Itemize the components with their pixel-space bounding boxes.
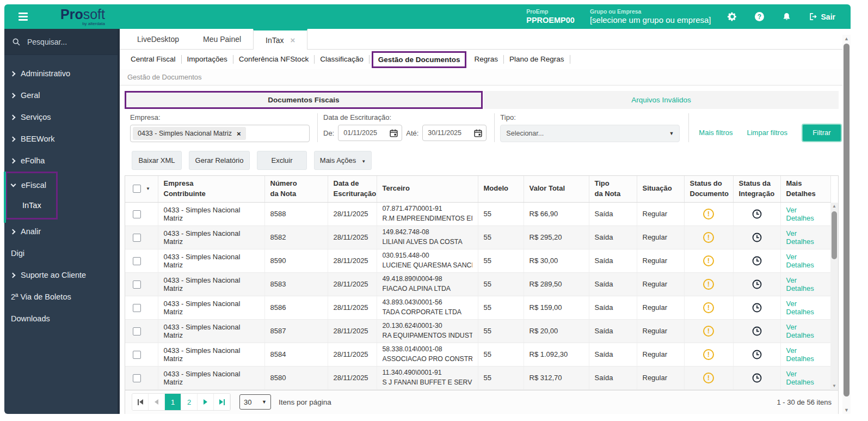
table-row[interactable]: 0433 - Simples Nacional Matriz 8584 28/1… [125,343,830,366]
grupo-empresa-selector[interactable]: Grupo ou Empresa [selecione um grupo ou … [590,8,711,26]
last-page-button[interactable] [214,394,230,410]
ver-detalhes-link[interactable]: Ver Detalhes [786,229,814,246]
table-row[interactable]: 0433 - Simples Nacional Matriz 8583 28/1… [125,272,830,296]
sidebar-item-2via-boletos[interactable]: 2ª Via de Boletos [4,286,120,308]
status-documento-warning-icon[interactable]: ! [703,302,714,313]
sidebar-search-input[interactable] [27,38,103,46]
row-checkbox[interactable] [133,257,141,265]
row-checkbox[interactable] [133,280,141,289]
tab-arquivos-invalidos[interactable]: Arquivos Inválidos [484,91,839,109]
select-all-checkbox[interactable] [133,185,141,193]
sidebar-item-analir[interactable]: Analir [4,221,120,242]
page-2-button[interactable]: 2 [181,394,198,410]
status-integracao-clock-icon[interactable] [752,255,762,266]
ver-detalhes-link[interactable]: Ver Detalhes [786,276,814,292]
subtab-classificacao[interactable]: Classificação [315,55,370,64]
status-documento-warning-icon[interactable]: ! [703,349,714,360]
table-row[interactable]: 0433 - Simples Nacional Matriz 8587 28/1… [125,319,830,343]
close-tab-icon[interactable]: × [291,35,296,45]
excluir-button[interactable]: Excluir [257,151,307,170]
table-row[interactable]: 0433 - Simples Nacional Matriz 8582 28/1… [125,225,830,249]
scroll-down-icon[interactable]: ▼ [842,407,851,413]
ver-detalhes-link[interactable]: Ver Detalhes [786,370,814,386]
ver-detalhes-link[interactable]: Ver Detalhes [786,346,814,363]
sidebar-item-beework[interactable]: BEEWork [4,128,120,150]
tab-documentos-fiscais[interactable]: Documentos Fiscais [125,91,483,109]
row-checkbox[interactable] [133,351,141,359]
notifications-bell-icon[interactable] [781,11,793,23]
subtab-plano-de-regras[interactable]: Plano de Regras [504,55,570,64]
ver-detalhes-link[interactable]: Ver Detalhes [786,323,814,339]
selection-menu-caret-icon[interactable]: ▼ [146,186,150,191]
status-integracao-clock-icon[interactable] [752,232,762,243]
status-integracao-clock-icon[interactable] [752,279,762,290]
grid-scrollbar-thumb[interactable] [832,211,837,259]
sidebar-item-efiscal[interactable]: eFiscal [7,174,56,196]
row-checkbox[interactable] [133,304,141,312]
status-documento-warning-icon[interactable]: ! [703,232,714,243]
col-empresa-contribuinte[interactable]: EmpresaContribuinte [158,176,264,202]
sidebar-item-administrativo[interactable]: Administrativo [4,63,120,84]
ver-detalhes-link[interactable]: Ver Detalhes [786,253,814,269]
data-ate-input[interactable]: 30/11/2025 [422,125,487,141]
status-documento-warning-icon[interactable]: ! [703,373,714,383]
data-de-input[interactable]: 01/11/2025 [338,125,402,141]
sidebar-item-efolha[interactable]: eFolha [4,150,120,172]
sidebar-item-geral[interactable]: Geral [4,84,120,106]
status-integracao-clock-icon[interactable] [752,302,762,313]
status-integracao-clock-icon[interactable] [752,349,762,360]
grid-scrollbar[interactable]: ▲ ▼ [830,203,838,390]
col-mais-detalhes[interactable]: Mais Detalhes [780,176,830,202]
table-row[interactable]: 0433 - Simples Nacional Matriz 8588 28/1… [125,202,830,225]
status-integracao-clock-icon[interactable] [752,209,762,219]
tab-livedesktop[interactable]: LiveDesktop [125,29,191,49]
scroll-up-icon[interactable]: ▲ [842,36,851,41]
sidebar-item-intax[interactable]: InTax [7,196,56,215]
baixar-xml-button[interactable]: Baixar XML [132,151,182,170]
status-integracao-clock-icon[interactable] [752,326,762,337]
empresa-input[interactable]: 0433 - Simples Nacional Matriz × [130,125,310,142]
sair-logout-button[interactable]: Sair [808,12,835,21]
ver-detalhes-link[interactable]: Ver Detalhes [786,300,814,316]
help-icon[interactable]: ? [754,11,766,23]
scroll-up-icon[interactable]: ▲ [830,203,838,210]
col-situacao[interactable]: Situação [637,176,684,202]
limpar-filtros-link[interactable]: Limpar filtros [747,129,787,137]
page-1-button[interactable]: 1 [165,394,181,410]
subtab-conferencia-nfstock[interactable]: Conferência NFStock [233,55,315,64]
table-row[interactable]: 0433 - Simples Nacional Matriz 8586 28/1… [125,296,830,319]
subtab-central-fiscal[interactable]: Central Fiscal [125,55,182,64]
sidebar-item-suporte[interactable]: Suporte ao Cliente [4,264,120,286]
col-data-de-escrituracao[interactable]: Data deEscrituração [328,176,377,202]
subtab-importacoes[interactable]: Importações [182,55,233,64]
subtab-regras[interactable]: Regras [469,55,504,64]
row-checkbox[interactable] [133,210,141,218]
status-documento-warning-icon[interactable]: ! [703,255,714,266]
status-documento-warning-icon[interactable]: ! [703,326,714,337]
sidebar-search[interactable] [4,29,120,55]
page-size-select[interactable]: 30 ▼ [239,394,271,410]
settings-gear-icon[interactable] [727,11,738,23]
filtrar-button[interactable]: Filtrar [802,124,842,142]
col-terceiro[interactable]: Terceiro [377,176,478,202]
chip-remove-icon[interactable]: × [237,130,241,138]
row-checkbox[interactable] [133,374,141,382]
hamburger-menu-icon[interactable] [19,13,28,21]
col-modelo[interactable]: Modelo [478,176,524,202]
row-checkbox[interactable] [133,327,141,335]
table-row[interactable]: 0433 - Simples Nacional Matriz 8580 28/1… [125,366,830,389]
previous-page-button[interactable] [149,394,165,410]
first-page-button[interactable] [132,394,149,410]
tab-intax[interactable]: InTax × [253,29,307,50]
sidebar-item-digi[interactable]: Digi [4,242,120,264]
status-documento-warning-icon[interactable]: ! [703,209,714,219]
gerar-relatorio-button[interactable]: Gerar Relatório [189,151,250,170]
mais-filtros-link[interactable]: Mais filtros [699,129,732,137]
col-status-do-documento[interactable]: Status doDocumento [684,176,733,202]
ver-detalhes-link[interactable]: Ver Detalhes [786,206,814,222]
grupo-value[interactable]: [selecione um grupo ou empresa] [590,15,711,26]
sidebar-item-servicos[interactable]: Serviços [4,106,120,128]
page-scrollbar-thumb[interactable] [844,44,849,396]
sidebar-item-downloads[interactable]: Downloads [4,308,120,330]
col-numero-da-nota[interactable]: Númeroda Nota [264,176,328,202]
